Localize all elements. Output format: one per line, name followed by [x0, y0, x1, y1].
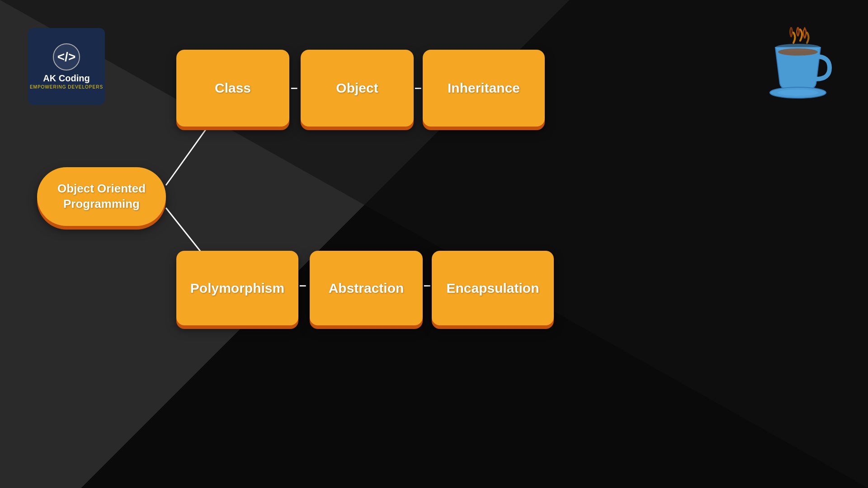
logo-title: AK Coding	[43, 73, 90, 84]
oop-label: Object Oriented Programming	[57, 181, 146, 212]
oop-center-node: Object Oriented Programming	[37, 167, 166, 226]
ak-coding-logo: </> AK Coding EMPOWERING DEVELOPERS	[28, 28, 105, 105]
abstraction-box: Abstraction	[310, 251, 423, 325]
abstraction-label: Abstraction	[329, 281, 404, 296]
object-box: Object	[301, 50, 414, 127]
dash-poly-abstract: –	[299, 278, 307, 292]
logo-code-symbol: </>	[53, 43, 80, 70]
inheritance-box: Inheritance	[423, 50, 545, 127]
class-box: Class	[176, 50, 289, 127]
dash-abstract-encap: –	[424, 278, 431, 292]
inheritance-label: Inheritance	[448, 80, 520, 96]
polymorphism-label: Polymorphism	[190, 281, 284, 296]
svg-point-7	[778, 48, 818, 56]
object-label: Object	[336, 80, 378, 96]
encapsulation-box: Encapsulation	[432, 251, 554, 325]
coffee-cup-icon	[764, 27, 832, 99]
dash-object-inheritance: –	[415, 80, 422, 95]
encapsulation-label: Encapsulation	[446, 281, 539, 296]
polymorphism-box: Polymorphism	[176, 251, 298, 325]
class-label: Class	[215, 80, 251, 96]
logo-subtitle: EMPOWERING DEVELOPERS	[30, 84, 103, 89]
dash-class-object: –	[291, 80, 298, 95]
svg-point-6	[778, 89, 818, 96]
